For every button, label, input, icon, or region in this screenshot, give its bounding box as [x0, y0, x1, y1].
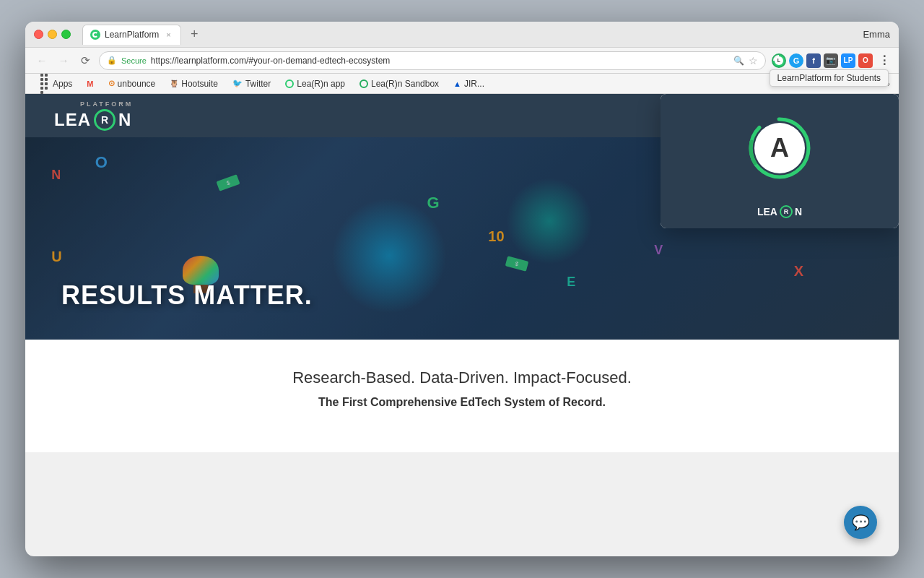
- logo-r-circle: R: [94, 109, 116, 131]
- search-icon: 🔍: [733, 56, 744, 66]
- bookmark-star-icon[interactable]: ☆: [749, 55, 758, 66]
- ext-icon-red[interactable]: O: [858, 53, 873, 68]
- unbounce-label: unbounce: [118, 79, 156, 89]
- apps-label: Apps: [53, 79, 72, 89]
- popup-avatar: A: [754, 123, 805, 173]
- url-text: https://learnplatform.com/#your-on-deman…: [151, 56, 390, 66]
- jira-icon: ▲: [453, 79, 461, 88]
- forward-button[interactable]: →: [56, 53, 71, 69]
- popup-footer: LEA R N: [661, 195, 899, 228]
- ext-icon-camera[interactable]: 📷: [824, 53, 838, 68]
- hootsuite-icon: 🦉: [170, 79, 178, 87]
- learn-app-icon: [285, 79, 294, 88]
- site-logo: PLATFORM LEA R N: [54, 100, 133, 131]
- more-button[interactable]: ⋮: [879, 53, 890, 67]
- extension-tooltip: LearnPlatform for Students: [770, 69, 889, 87]
- content-subtitle: The First Comprehensive EdTech System of…: [40, 396, 884, 409]
- ext-icon-twitter[interactable]: G: [789, 53, 803, 68]
- ext-icon-2[interactable]: f: [806, 53, 821, 68]
- unbounce-icon: ⊙: [108, 79, 115, 88]
- popup-logo: LEA R N: [757, 205, 802, 218]
- active-tab[interactable]: LearnPlatform ×: [82, 25, 181, 45]
- content-section: Research-Based. Data-Driven. Impact-Focu…: [25, 340, 899, 452]
- tab-close-button[interactable]: ×: [163, 30, 173, 40]
- bookmark-hootsuite[interactable]: 🦉 Hootsuite: [164, 77, 224, 90]
- bookmark-twitter[interactable]: 🐦 Twitter: [227, 77, 276, 90]
- chat-icon: 💬: [852, 514, 870, 531]
- user-name: Emma: [863, 29, 890, 40]
- bookmark-jira[interactable]: ▲ JIR...: [448, 77, 490, 90]
- popup-header: A: [661, 94, 899, 195]
- minimize-button[interactable]: [48, 30, 57, 39]
- popup-logo-r-circle: R: [780, 205, 793, 218]
- traffic-lights: [34, 30, 71, 39]
- title-bar: LearnPlatform × + Emma: [25, 22, 899, 48]
- secure-label: Secure: [121, 56, 147, 65]
- maximize-button[interactable]: [61, 30, 71, 39]
- bookmark-gmail[interactable]: M: [81, 78, 99, 90]
- bookmark-learn-sandbox[interactable]: Lea(R)n Sandbox: [354, 77, 445, 90]
- tab-bar: LearnPlatform × +: [82, 25, 857, 45]
- bookmark-apps[interactable]: Apps: [34, 77, 78, 90]
- popup-logo-lea: LEA: [757, 206, 777, 217]
- new-tab-button[interactable]: +: [184, 25, 204, 45]
- back-button[interactable]: ←: [34, 53, 50, 69]
- logo-n-text: N: [118, 110, 131, 130]
- twitter-icon: 🐦: [232, 79, 243, 88]
- ext-icon-learn[interactable]: L: [772, 53, 786, 68]
- hero-text: RESULTS MATTER.: [61, 280, 313, 311]
- logo-lea-text: LEA: [54, 110, 91, 130]
- bookmark-unbounce[interactable]: ⊙ unbounce: [103, 77, 162, 90]
- url-bar[interactable]: 🔒 Secure https://learnplatform.com/#your…: [99, 51, 766, 70]
- bookmarks-bar: Apps M ⊙ unbounce 🦉 Hootsuite 🐦 Twitter …: [25, 74, 899, 94]
- popup-avatar-container: A: [747, 116, 812, 181]
- content-tagline: Research-Based. Data-Driven. Impact-Focu…: [40, 368, 884, 387]
- jira-label: JIR...: [464, 79, 484, 89]
- logo-main: LEA R N: [54, 109, 131, 131]
- address-bar: ← → ⟳ 🔒 Secure https://learnplatform.com…: [25, 48, 899, 74]
- refresh-button[interactable]: ⟳: [77, 53, 93, 69]
- bookmark-learn-app[interactable]: Lea(R)n app: [279, 77, 351, 90]
- close-button[interactable]: [34, 30, 43, 39]
- learn-sandbox-icon: [359, 79, 368, 88]
- extension-icons: L G f 📷 LP O: [772, 53, 873, 68]
- secure-icon: 🔒: [107, 56, 117, 65]
- learn-sandbox-label: Lea(R)n Sandbox: [371, 79, 439, 89]
- tab-title: LearnPlatform: [105, 30, 159, 40]
- browser-window: LearnPlatform × + Emma ← → ⟳ 🔒 Secure ht…: [25, 22, 899, 556]
- chat-button[interactable]: 💬: [844, 506, 877, 539]
- page-content: PLATFORM LEA R N bout SIGN IN: [25, 94, 899, 556]
- gmail-icon: M: [87, 79, 93, 88]
- extension-popup: A LEA R N: [661, 94, 899, 228]
- tab-favicon: [90, 30, 100, 40]
- learn-app-label: Lea(R)n app: [297, 79, 345, 89]
- twitter-label: Twitter: [245, 79, 271, 89]
- popup-logo-n: N: [795, 206, 802, 217]
- ext-icon-blue[interactable]: LP: [841, 53, 855, 68]
- hootsuite-label: Hootsuite: [181, 79, 218, 89]
- logo-platform-text: PLATFORM: [80, 100, 133, 108]
- apps-icon: [40, 79, 50, 89]
- tooltip-text: LearnPlatform for Students: [777, 73, 881, 83]
